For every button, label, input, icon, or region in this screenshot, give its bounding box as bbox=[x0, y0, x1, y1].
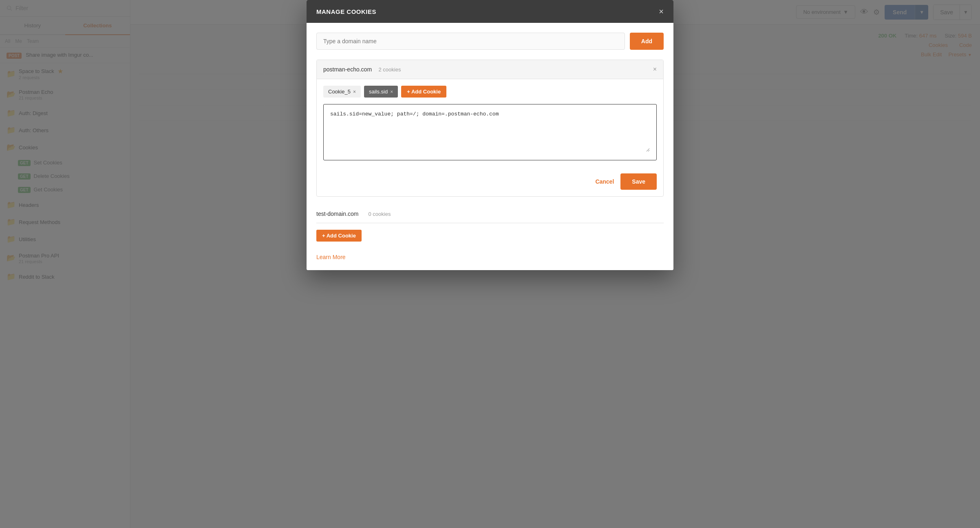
cookie-editor: sails.sid=new_value; path=/; domain=.pos… bbox=[323, 104, 657, 160]
domain-name-input[interactable] bbox=[316, 33, 625, 50]
cookie-tag-label: Cookie_5 bbox=[328, 89, 351, 95]
modal-title: MANAGE COOKIES bbox=[316, 8, 376, 15]
domain-close-button[interactable]: × bbox=[653, 66, 657, 73]
cookie-tag-remove[interactable]: × bbox=[353, 89, 356, 95]
domain-header-test: test-domain.com 0 cookies bbox=[316, 205, 664, 223]
learn-more-link[interactable]: Learn More bbox=[316, 254, 664, 260]
cookie-editor-textarea[interactable]: sails.sid=new_value; path=/; domain=.pos… bbox=[330, 111, 650, 152]
cancel-button[interactable]: Cancel bbox=[595, 178, 614, 185]
domain-section-postman-echo: postman-echo.com 2 cookies × Cookie_5 × … bbox=[316, 60, 664, 197]
domain-name: postman-echo.com bbox=[323, 66, 372, 73]
save-cookie-button[interactable]: Save bbox=[620, 173, 657, 190]
cookie-tag-remove[interactable]: × bbox=[390, 89, 393, 95]
modal-overlay: MANAGE COOKIES × Add postman-echo.com 2 … bbox=[0, 0, 980, 528]
domain-section-body: Cookie_5 × sails.sid × + Add Cookie sail… bbox=[317, 79, 663, 196]
add-domain-button[interactable]: Add bbox=[630, 33, 664, 50]
cookie-tag-label: sails.sid bbox=[369, 89, 388, 95]
cookie-count: 2 cookies bbox=[379, 67, 401, 73]
modal-header: MANAGE COOKIES × bbox=[307, 0, 673, 23]
add-cookie-button[interactable]: + Add Cookie bbox=[401, 86, 446, 98]
cookie-tag-sails-sid: sails.sid × bbox=[364, 86, 398, 98]
manage-cookies-modal: MANAGE COOKIES × Add postman-echo.com 2 … bbox=[307, 0, 673, 270]
modal-body: Add postman-echo.com 2 cookies × Cookie_… bbox=[307, 23, 673, 270]
modal-close-button[interactable]: × bbox=[659, 7, 664, 16]
cookie-count: 0 cookies bbox=[368, 211, 391, 217]
domain-input-row: Add bbox=[316, 33, 664, 50]
cookie-tag-cookie5: Cookie_5 × bbox=[323, 86, 361, 98]
domain-section-header: postman-echo.com 2 cookies × bbox=[317, 60, 663, 79]
cookie-tags: Cookie_5 × sails.sid × + Add Cookie bbox=[323, 86, 657, 98]
domain-section-test-domain: test-domain.com 0 cookies + Add Cookie bbox=[316, 205, 664, 242]
action-row: Cancel Save bbox=[323, 167, 657, 190]
domain-name: test-domain.com bbox=[316, 211, 358, 217]
add-cookie-button-test[interactable]: + Add Cookie bbox=[316, 230, 362, 242]
